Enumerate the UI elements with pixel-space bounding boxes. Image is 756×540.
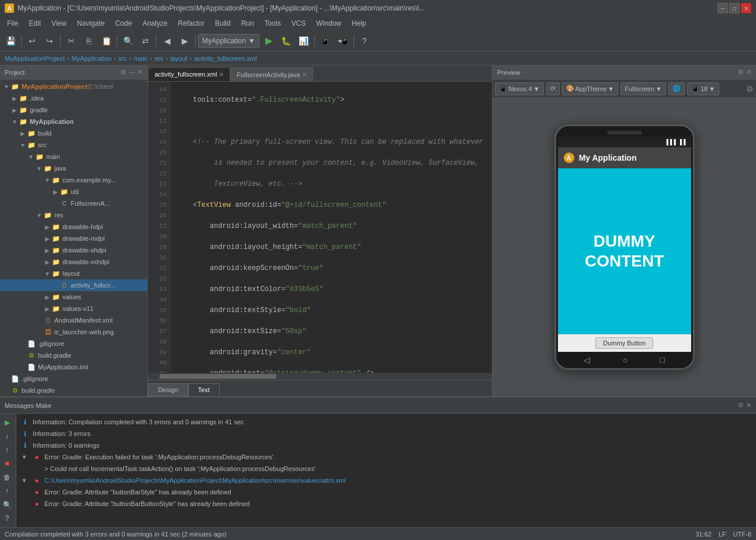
toolbar-back[interactable]: ◀ [159, 33, 175, 49]
tree-item-build-gradle-app[interactable]: ⚙ build.gradle [0, 349, 147, 361]
tree-item-gitignore-root[interactable]: 📄 .gitignore [0, 373, 147, 385]
project-settings-icon[interactable]: ⚙ [120, 68, 126, 76]
tree-item-build[interactable]: ▶ 📁 build [0, 127, 147, 139]
toolbar-copy[interactable]: ⎘ [81, 33, 97, 49]
tree-item-java[interactable]: ▼ 📁 java [0, 162, 147, 174]
tree-item-util[interactable]: ▶ 📁 util [0, 186, 147, 198]
menu-code[interactable]: Code [110, 18, 137, 29]
tree-item-values-v11[interactable]: ▶ 📁 values-v11 [0, 303, 147, 314]
toolbar-forward[interactable]: ▶ [176, 33, 193, 49]
toolbar-find[interactable]: 🔍 [120, 33, 136, 49]
msg-filter-btn[interactable]: 🔍 [1, 500, 13, 510]
tree-item-launcher[interactable]: 🖼 ic_launcher-web.png [0, 326, 147, 338]
bc-app[interactable]: MyApplication [71, 55, 111, 62]
tree-item-drawable-mdpi[interactable]: ▶ 📁 drawable-mdpi [0, 233, 147, 244]
minimize-button[interactable]: ─ [717, 3, 728, 13]
theme-dropdown[interactable]: 🎨 AppTheme ▼ [562, 82, 619, 95]
menu-vcs[interactable]: VCS [287, 18, 311, 29]
toolbar-redo[interactable]: ↪ [41, 33, 58, 49]
toolbar-debug[interactable]: 🐛 [278, 33, 294, 49]
tree-item-layout[interactable]: ▼ 📁 layout [0, 268, 147, 279]
scrollbar-thumb[interactable] [159, 374, 276, 379]
project-close-icon[interactable]: ✕ [137, 68, 143, 76]
close-button[interactable]: ✕ [741, 3, 751, 13]
bc-project[interactable]: MyApplicationProject [5, 55, 65, 62]
menu-tools[interactable]: Tools [260, 18, 286, 29]
menu-edit[interactable]: Edit [24, 18, 46, 29]
locale-btn[interactable]: 🌐 [668, 82, 685, 95]
menu-help[interactable]: Help [347, 18, 371, 29]
tree-item-res[interactable]: ▼ 📁 res [0, 209, 147, 221]
msg-stop-btn[interactable]: ■ [1, 459, 13, 469]
bc-src[interactable]: src [119, 55, 127, 62]
msg-export-btn[interactable]: ↑ [1, 487, 13, 496]
msg-jump-next[interactable]: ↓ [1, 432, 13, 441]
preview-close-icon[interactable]: ✕ [746, 68, 751, 76]
bc-file[interactable]: activity_fullscreen.xml [194, 55, 256, 62]
toolbar-avd[interactable]: 📲 [335, 33, 351, 49]
line-ending[interactable]: LF [719, 531, 726, 538]
menu-navigate[interactable]: Navigate [72, 18, 109, 29]
tab-activity-xml[interactable]: activity_fullscreen.xml ✕ [148, 67, 230, 81]
tree-item-myapp[interactable]: ▼ 📁 MyApplication [0, 116, 147, 127]
tree-item-gitignore-app[interactable]: 📄 .gitignore [0, 338, 147, 349]
msg-clear-btn[interactable]: 🗑 [1, 473, 13, 482]
expand-icon[interactable]: ▼ [21, 452, 29, 462]
tree-item-package[interactable]: ▼ 📁 com.example.my... [0, 174, 147, 186]
toolbar-undo[interactable]: ↩ [24, 33, 40, 49]
menu-analyze[interactable]: Analyze [138, 18, 172, 29]
expand-icon[interactable]: ▼ [21, 476, 29, 485]
tree-item-root[interactable]: ▼ 📁 MyApplicationProject (C:\Users\ [0, 81, 147, 92]
toolbar-sdk-manager[interactable]: 📱 [317, 33, 334, 49]
encoding[interactable]: UTF-8 [733, 531, 751, 538]
toolbar-run-config[interactable]: MyApplication ▼ [198, 34, 259, 48]
menu-build[interactable]: Build [210, 18, 235, 29]
preview-settings-icon[interactable]: ⚙ [746, 84, 754, 94]
toolbar-save[interactable]: 💾 [2, 33, 19, 49]
tab-design[interactable]: Design [148, 383, 188, 396]
tree-item-src[interactable]: ▼ 📁 src [0, 139, 147, 151]
code-editor[interactable]: tools:context=".FullscreenActivity"> <!-… [171, 82, 492, 373]
tree-item-manifest[interactable]: 🗒 AndroidManifest.xml [0, 314, 147, 326]
bc-res[interactable]: res [154, 55, 163, 62]
tree-item-values[interactable]: ▶ 📁 values [0, 291, 147, 303]
maximize-button[interactable]: □ [729, 3, 740, 13]
menu-window[interactable]: Window [311, 18, 346, 29]
messages-close-icon[interactable]: ✕ [746, 401, 751, 409]
tab-text[interactable]: Text [188, 383, 220, 396]
toolbar-help[interactable]: ? [356, 33, 373, 49]
toolbar-paste[interactable]: 📋 [98, 33, 115, 49]
preview-settings-icon[interactable]: ⚙ [738, 68, 744, 76]
device-dropdown[interactable]: 📱 Nexus 4 ▼ [495, 82, 543, 95]
tab-close-icon[interactable]: ✕ [219, 71, 224, 78]
menu-run[interactable]: Run [237, 18, 259, 29]
toolbar-profile[interactable]: 📊 [296, 33, 312, 49]
menu-file[interactable]: File [2, 18, 23, 29]
cursor-position[interactable]: 31:62 [695, 531, 712, 538]
msg-run-btn[interactable]: ▶ [1, 418, 13, 427]
messages-settings-icon[interactable]: ⚙ [738, 401, 744, 409]
msg-help-btn[interactable]: ? [1, 514, 13, 524]
bc-layout[interactable]: layout [170, 55, 187, 62]
tab-fullscreen-java[interactable]: FullscreenActivity.java ✕ [230, 67, 313, 81]
tree-item-activity-xml[interactable]: 🗒 activity_fullscr... [0, 279, 147, 291]
project-collapse-icon[interactable]: — [129, 68, 135, 76]
layout-dropdown[interactable]: Fullscreen ▼ [620, 82, 666, 95]
tree-item-fullscreen-java[interactable]: C FullscreenA... [0, 198, 147, 209]
menu-refactor[interactable]: Refactor [174, 18, 209, 29]
tree-item-idea[interactable]: ▶ 📁 .idea [0, 92, 147, 104]
api-dropdown[interactable]: 📱 18 ▼ [687, 82, 719, 95]
toolbar-cut[interactable]: ✂ [63, 33, 79, 49]
tree-item-gradle[interactable]: ▶ 📁 gradle [0, 104, 147, 116]
tree-item-drawable-xxhdpi[interactable]: ▶ 📁 drawable-xxhdpi [0, 256, 147, 268]
tree-item-drawable-hdpi[interactable]: ▶ 📁 drawable-hdpi [0, 221, 147, 233]
tree-item-drawable-xhdpi[interactable]: ▶ 📁 drawable-xhdpi [0, 244, 147, 256]
msg-jump-prev[interactable]: ↑ [1, 445, 13, 455]
horizontal-scrollbar[interactable] [148, 373, 492, 380]
tree-item-build-gradle-root[interactable]: ⚙ build.gradle [0, 385, 147, 396]
bc-main[interactable]: main [134, 55, 148, 62]
tree-item-iml[interactable]: 📄 MyApplication.iml [0, 361, 147, 373]
orientation-btn[interactable]: ⟳ [546, 82, 560, 95]
tree-item-main[interactable]: ▼ 📁 main [0, 151, 147, 162]
toolbar-run[interactable]: ▶ [261, 33, 277, 49]
